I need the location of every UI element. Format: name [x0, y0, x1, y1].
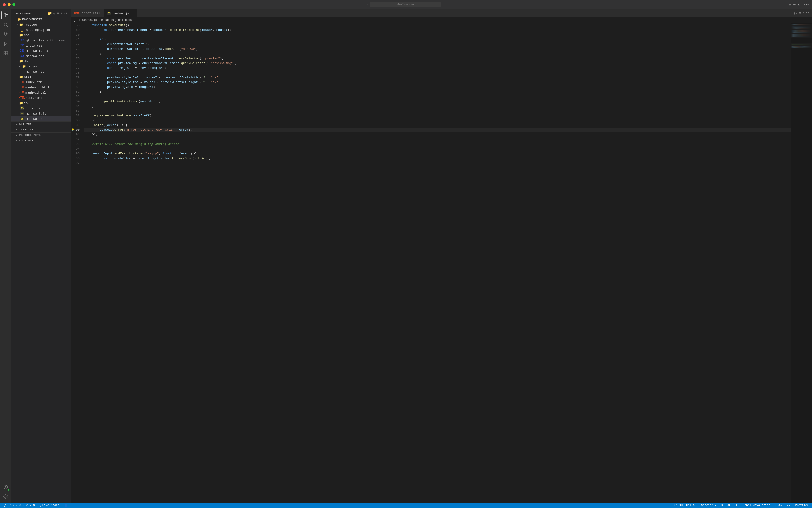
sidebar-item-settings-json[interactable]: {} settings.json: [11, 27, 70, 33]
cursor-position-item[interactable]: Ln 90, Col 55: [673, 503, 697, 508]
token: [85, 142, 92, 146]
sidebar-item-manhwa-html[interactable]: HTML manhwa.html: [11, 90, 70, 95]
token: [85, 128, 99, 132]
vscode-pets-header[interactable]: ▶ VS CODE PETS: [11, 133, 70, 138]
breadcrumb: js › manhwa.js › ⊛ catch() callback: [71, 17, 812, 23]
code-content[interactable]: function moveStuff() { const currentManh…: [84, 23, 791, 503]
global-transition-label: global_transition.css: [26, 39, 65, 42]
language-item[interactable]: Babel JavaScript: [742, 503, 771, 508]
codetour-header[interactable]: ▶ CODETOUR: [11, 138, 70, 143]
line-ending-text: LF: [734, 504, 738, 507]
new-folder-icon[interactable]: 📁: [48, 11, 52, 15]
breadcrumb-catch-callback[interactable]: ⊛ catch() callback: [101, 18, 132, 22]
refresh-icon[interactable]: ↺: [53, 11, 56, 15]
sidebar-item-images-folder[interactable]: ▶ 📁 images: [11, 64, 70, 69]
tab-close-icon[interactable]: ✕: [131, 11, 133, 15]
nav-forward-button[interactable]: ›: [366, 2, 368, 7]
run-debug-activity-icon[interactable]: [1, 39, 10, 48]
manhwa-html-label: manhwa.html: [26, 91, 46, 94]
token: -: [155, 80, 161, 85]
line-number-72: 72: [71, 42, 82, 47]
search-input[interactable]: [370, 2, 441, 7]
sidebar-item-manhwa-css[interactable]: CSS manhwa.css: [11, 53, 70, 59]
sidebar-item-manhwa-t-css[interactable]: CSS manhwa_t.css: [11, 48, 70, 53]
live-share-label: Live Share: [42, 504, 59, 507]
sidebar-item-manhwa-t-html[interactable]: HTML manhwa_t.html: [11, 85, 70, 90]
run-icon[interactable]: ▷: [795, 11, 797, 16]
user-status-item[interactable]: 👤: [63, 503, 68, 508]
customize-layout-icon[interactable]: ⊟: [798, 3, 800, 7]
token: value: [161, 156, 170, 161]
tab-index-html[interactable]: HTML index.html: [71, 9, 104, 17]
token: ;: [218, 75, 220, 80]
token: target: [148, 156, 159, 161]
breadcrumb-manhwa-js[interactable]: manhwa.js: [82, 18, 97, 22]
token: =: [138, 80, 144, 85]
remote-status-item[interactable]: ⎇ 0 ⚠ 0 ✗ 0 ⊘ 0: [2, 503, 36, 508]
token: function: [163, 151, 177, 156]
split-editor-icon[interactable]: ⊞: [789, 3, 791, 7]
encoding-item[interactable]: UTF-8: [720, 503, 731, 508]
new-file-icon[interactable]: +: [44, 11, 46, 15]
token: const: [107, 66, 116, 71]
sidebar-item-manhwa-t-js[interactable]: JS manhwa_t.js: [11, 111, 70, 116]
timeline-header[interactable]: ▶ TIMELINE: [11, 127, 70, 132]
prettier-item[interactable]: Prettier: [794, 503, 810, 508]
token: console: [99, 128, 112, 132]
token: preview: [107, 75, 120, 80]
sidebar-item-index-html[interactable]: HTML index.html: [11, 80, 70, 85]
token: }: [85, 104, 94, 109]
minimap[interactable]: [791, 23, 812, 503]
sidebar-item-index-js[interactable]: JS index.js: [11, 106, 70, 111]
settings-activity-icon[interactable]: [1, 492, 10, 501]
breadcrumb-js[interactable]: js: [74, 18, 78, 22]
svg-point-12: [4, 485, 8, 489]
svg-point-14: [5, 496, 6, 497]
sidebar-item-manhwa-js[interactable]: JS manhwa.js: [11, 116, 70, 121]
go-live-item[interactable]: ⚡ Go Live: [774, 503, 791, 508]
close-button[interactable]: [3, 3, 6, 6]
breadcrumb-sep-2: ›: [98, 18, 100, 22]
live-share-status-item[interactable]: ◎ Live Share: [39, 503, 60, 508]
token: imageUrl: [138, 85, 153, 90]
sidebar-item-html-folder[interactable]: ▾ 📁 html: [11, 74, 70, 80]
spaces-item[interactable]: Spaces: 2: [700, 503, 717, 508]
line-number-74: 74: [71, 51, 82, 56]
sidebar-item-global-transition[interactable]: CSS global_transition.css: [11, 38, 70, 43]
tab-manhwa-js[interactable]: JS manhwa.js ✕: [104, 9, 137, 17]
sidebar-item-db-folder[interactable]: ▾ 📁 db: [11, 59, 70, 64]
sidebar-item-manhwa-json[interactable]: {} manhwa.json: [11, 69, 70, 74]
sidebar-item-js-folder[interactable]: ▾ 📁 js: [11, 100, 70, 106]
sidebar-item-css-folder[interactable]: ▾ 📁 css: [11, 33, 70, 38]
vscode-pets-label: VS CODE PETS: [19, 134, 41, 137]
code-line-87: requestAnimationFrame(moveStuff);: [84, 113, 791, 118]
sidebar-item-rttr-html[interactable]: HTML rttr.html: [11, 95, 70, 100]
source-control-activity-icon[interactable]: [1, 30, 10, 39]
code-line-93: //this will remove the margin-top during…: [84, 142, 791, 146]
search-activity-icon[interactable]: [1, 20, 10, 29]
split-editor-tab-icon[interactable]: ⊟: [799, 11, 801, 16]
code-line-84: requestAnimationFrame(moveStuff);: [84, 99, 791, 104]
sidebar-item-vscode[interactable]: ▾ 📁 .vscode: [11, 22, 70, 27]
token: event: [137, 156, 146, 161]
token: }: [85, 90, 101, 94]
maximize-button[interactable]: [12, 3, 15, 6]
lightbulb-icon[interactable]: 💡: [71, 128, 75, 132]
outline-header[interactable]: ▶ OUTLINE: [11, 122, 70, 127]
more-tab-actions-icon[interactable]: •••: [803, 11, 810, 16]
remote-explorer-activity-icon[interactable]: [1, 483, 10, 491]
explorer-activity-icon[interactable]: [1, 11, 10, 19]
more-actions-icon[interactable]: •••: [803, 3, 809, 6]
more-options-icon[interactable]: •••: [61, 11, 68, 15]
outline-arrow-icon: ▶: [16, 123, 17, 126]
sidebar-root-folder[interactable]: ▾ 📂 MAK WEBSITE: [11, 17, 70, 22]
line-ending-item[interactable]: LF: [734, 503, 739, 508]
token: searchValue: [111, 156, 131, 161]
collapse-all-icon[interactable]: ⊟: [57, 11, 60, 15]
line-number-93: 93: [71, 142, 82, 146]
sidebar-item-index-css[interactable]: CSS index.css: [11, 43, 70, 48]
extensions-activity-icon[interactable]: [1, 49, 10, 57]
minimize-button[interactable]: [8, 3, 11, 6]
nav-back-button[interactable]: ‹: [363, 2, 365, 7]
toggle-panel-icon[interactable]: ▭: [794, 3, 795, 7]
